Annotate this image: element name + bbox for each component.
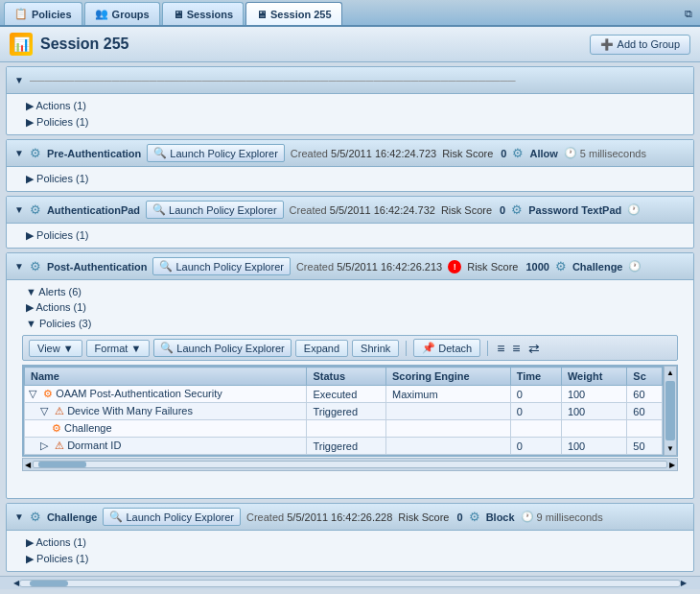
challenge-policies[interactable]: ▶ Policies (1) — [14, 551, 686, 567]
post-auth-clock-icon: 🕐 — [628, 260, 642, 273]
post-auth-gear-icon: ⚙ — [30, 259, 41, 273]
col-name[interactable]: Name — [25, 368, 307, 386]
session-title-text: Session 255 — [40, 36, 129, 53]
table-row[interactable]: ▽ ⚠ Device With Many Failures Triggered … — [25, 403, 663, 420]
main-h-scroll-thumb — [30, 581, 68, 586]
post-auth-header: ▼ ⚙ Post-Authentication 🔍 Launch Policy … — [7, 253, 693, 280]
challenge-gear-icon: ⚙ — [30, 510, 41, 524]
post-auth-section: ▼ ⚙ Post-Authentication 🔍 Launch Policy … — [6, 252, 694, 499]
row4-expand[interactable]: ▷ — [40, 440, 48, 451]
pre-auth-title: Pre-Authentication — [47, 148, 141, 159]
row1-score: 60 — [627, 386, 663, 403]
format-button[interactable]: Format ▼ — [86, 340, 151, 357]
row4-weight: 100 — [561, 438, 626, 455]
pre-auth-time: 🕐 5 milliseconds — [564, 147, 646, 159]
auth-pad-policies[interactable]: ▶ Policies (1) — [14, 227, 686, 244]
challenge-launch-icon: 🔍 — [109, 511, 123, 523]
policies-tab-label: Policies — [32, 9, 72, 20]
session-title: 📊 Session 255 — [10, 33, 129, 56]
auth-pad-expand[interactable]: ▼ — [14, 204, 24, 215]
pre-auth-launch-button[interactable]: 🔍 Launch Policy Explorer — [147, 144, 285, 162]
scroll-thumb[interactable] — [665, 381, 675, 440]
col-weight[interactable]: Weight — [561, 368, 626, 386]
table-right-scrollbar[interactable]: ▲ ▼ — [664, 366, 677, 456]
table-launch-button[interactable]: 🔍 Launch Policy Explorer — [153, 339, 292, 357]
h-scroll-left[interactable]: ◀ — [23, 461, 33, 469]
session255-tab-label: Session 255 — [270, 9, 332, 20]
challenge-actions[interactable]: ▶ Actions (1) — [14, 535, 686, 551]
col-time[interactable]: Time — [510, 368, 561, 386]
col-score[interactable]: Sc — [627, 368, 663, 386]
auth-pad-launch-button[interactable]: 🔍 Launch Policy Explorer — [146, 201, 284, 219]
post-auth-launch-icon: 🔍 — [159, 260, 173, 273]
tab-session255[interactable]: 🖥 Session 255 — [245, 2, 342, 25]
post-auth-launch-button[interactable]: 🔍 Launch Policy Explorer — [152, 257, 291, 275]
table-row[interactable]: ▷ ⚠ Dormant ID Triggered 0 100 50 — [25, 438, 663, 455]
table-row[interactable]: ▽ ⚙ OAAM Post-Authentication Security Ex… — [25, 386, 663, 403]
row1-status: Executed — [307, 386, 386, 403]
post-auth-risk: Risk Score 1000 — [467, 261, 549, 273]
challenge-body: ▶ Actions (1) ▶ Policies (1) — [7, 531, 693, 571]
pre-auth-risk: Risk Score 0 — [442, 148, 506, 159]
top-section-panel: ▼ ──────────────────────────────────────… — [6, 66, 694, 135]
row3-status — [307, 420, 386, 438]
pre-auth-header: ▼ ⚙ Pre-Authentication 🔍 Launch Policy E… — [7, 140, 693, 167]
pre-auth-policies[interactable]: ▶ Policies (1) — [14, 171, 686, 187]
post-auth-created: Created 5/5/2011 16:42:26.213 — [296, 261, 442, 273]
table-h-scrollbar[interactable]: ◀ ▶ — [22, 458, 678, 471]
session-icon: 📊 — [10, 33, 33, 56]
tab-sessions[interactable]: 🖥 Sessions — [162, 2, 244, 25]
main-h-scrollbar[interactable]: ◀ ▶ — [0, 576, 700, 589]
table-row[interactable]: ⚙ Challenge — [25, 420, 663, 438]
main-h-scroll-right[interactable]: ▶ — [681, 579, 687, 587]
detach-button[interactable]: 📌 Detach — [413, 339, 480, 357]
tab-groups[interactable]: 👥 Groups — [84, 2, 160, 25]
row2-expand[interactable]: ▽ — [40, 405, 48, 416]
expand-button[interactable]: Expand — [295, 340, 348, 357]
pre-auth-created: Created 5/5/2011 16:42:24.723 — [291, 148, 436, 159]
h-scroll-right[interactable]: ▶ — [667, 461, 677, 469]
row4-status: Triggered — [307, 438, 386, 455]
col-status[interactable]: Status — [307, 368, 386, 386]
post-auth-alerts[interactable]: ▼ Alerts (6) — [14, 284, 686, 299]
top-section-expand[interactable]: ▼ — [14, 75, 24, 85]
format-dropdown-icon: ▼ — [130, 343, 141, 354]
maximize-icon[interactable]: ⧉ — [685, 8, 692, 19]
align-right-button[interactable]: ⇄ — [526, 341, 542, 356]
policies-toolbar: View ▼ Format ▼ 🔍 Launch Policy Explorer — [22, 335, 678, 361]
post-auth-expand[interactable]: ▼ — [14, 261, 24, 272]
post-auth-action-label: Challenge — [572, 261, 623, 273]
auth-pad-action-gear: ⚙ — [511, 202, 523, 217]
challenge-expand[interactable]: ▼ — [14, 511, 24, 522]
row1-name: ▽ ⚙ OAAM Post-Authentication Security — [25, 386, 307, 403]
top-section-body: ▶ Actions (1) ▶ Policies (1) — [7, 94, 693, 134]
shrink-button[interactable]: Shrink — [352, 340, 399, 357]
pre-auth-body: ▶ Policies (1) — [7, 167, 693, 191]
post-auth-title: Post-Authentication — [47, 261, 148, 273]
pre-auth-expand[interactable]: ▼ — [14, 148, 24, 158]
align-left-button[interactable]: ≡ — [495, 341, 506, 356]
tab-policies[interactable]: 📋 Policies — [4, 2, 82, 25]
top-policies-item[interactable]: ▶ Policies (1) — [14, 114, 686, 131]
challenge-launch-button[interactable]: 🔍 Launch Policy Explorer — [103, 508, 241, 526]
challenge-risk: Risk Score 0 — [398, 511, 462, 523]
scroll-down-arrow[interactable]: ▼ — [665, 442, 676, 455]
scroll-up-arrow[interactable]: ▲ — [665, 367, 676, 379]
top-actions-item[interactable]: ▶ Actions (1) — [14, 98, 686, 114]
groups-tab-label: Groups — [112, 9, 150, 20]
challenge-title: Challenge — [47, 511, 98, 523]
table-scroll[interactable]: Name Status Scoring Engine Time Weight S… — [23, 366, 664, 456]
add-to-group-button[interactable]: ➕ Add to Group — [590, 35, 690, 55]
post-auth-policies[interactable]: ▼ Policies (3) — [14, 316, 686, 331]
h-scroll-track — [33, 461, 667, 468]
row1-expand[interactable]: ▽ — [29, 388, 36, 399]
challenge-header: ▼ ⚙ Challenge 🔍 Launch Policy Explorer C… — [7, 504, 693, 531]
row3-score — [627, 420, 663, 438]
align-center-button[interactable]: ≡ — [510, 341, 522, 356]
col-engine[interactable]: Scoring Engine — [385, 368, 510, 386]
row1-time: 0 — [510, 386, 561, 403]
post-auth-actions[interactable]: ▶ Actions (1) — [14, 299, 686, 316]
pre-auth-action-gear: ⚙ — [512, 146, 524, 160]
challenge-action-label: Block — [486, 511, 515, 523]
view-button[interactable]: View ▼ — [29, 340, 82, 357]
